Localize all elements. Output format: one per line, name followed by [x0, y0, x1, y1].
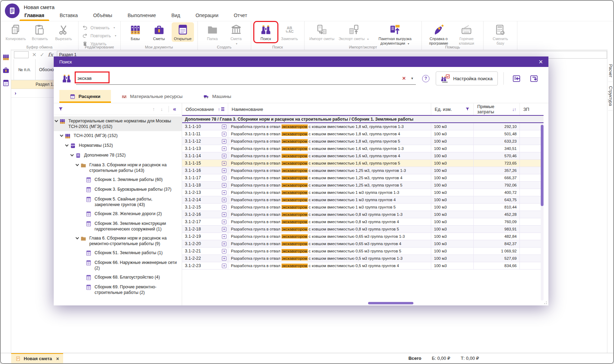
confirm-entry-icon[interactable]: ✓ [40, 52, 45, 58]
tree-item[interactable]: Сборник 69. Прочие ремонтно-строительные… [54, 282, 182, 297]
tree-item[interactable]: Глава 3. Сборники норм и расценок на стр… [54, 160, 182, 175]
chevron-down-icon[interactable] [55, 119, 58, 122]
ribbon-tab-2[interactable]: Объёмы [92, 11, 113, 21]
result-row[interactable]: 3.1-2-14+Разработка грунта в отвал экска… [182, 196, 544, 204]
tab-materials[interactable]: Материальные ресурсы [111, 90, 193, 103]
chevron-down-icon[interactable] [70, 153, 74, 157]
tree-item[interactable]: Сборник 51. Земляные работы (1) [54, 248, 182, 258]
expand-plus-button[interactable]: + [222, 168, 226, 173]
search-input[interactable]: экскав × ▼ [76, 72, 416, 85]
horizontal-scrollbar-thumb[interactable] [368, 302, 413, 304]
sort-both-icon[interactable]: ↓↑ [512, 107, 516, 112]
expand-plus-button[interactable]: + [222, 212, 226, 217]
result-row[interactable]: 3.1-1-15+Разработка грунта в отвал экска… [182, 160, 544, 167]
result-row[interactable]: 3.1-2-13+Разработка грунта в отвал экска… [182, 189, 544, 196]
open-in-window-button[interactable] [527, 73, 541, 84]
dropdown-caret-icon[interactable]: ▼ [113, 26, 115, 29]
expand-plus-button[interactable]: + [222, 249, 226, 253]
export-estimate-button[interactable]: Экспорт сметы ▼ [337, 22, 371, 43]
estimate-tab[interactable]: Новая смета × [11, 353, 63, 363]
next-match-icon[interactable]: ↓ [158, 106, 166, 112]
clear-search-icon[interactable]: × [401, 75, 407, 82]
expand-plus-button[interactable]: + [222, 132, 226, 136]
tree-item[interactable]: Дополнение 78 (152) [54, 151, 182, 160]
expand-plus-button[interactable]: + [222, 154, 226, 158]
copy-button[interactable]: Копировать [4, 22, 27, 42]
result-row[interactable]: 3.1-2-17+Разработка грунта в отвал экска… [182, 218, 544, 226]
expand-plus-button[interactable]: + [222, 234, 226, 239]
sort-asc-icon[interactable]: ↑ [218, 107, 225, 112]
cell-reference-box[interactable] [14, 51, 29, 58]
tab-rates[interactable]: Расценки [59, 90, 111, 103]
tree-item[interactable]: Территориальные сметные нормативы для Мо… [54, 116, 182, 131]
result-group-header[interactable]: Дополнение 78 / Глава 3. Сборники норм и… [182, 115, 544, 123]
cut-button[interactable]: Вырезать [52, 22, 75, 42]
ribbon-tab-0[interactable]: Главная [24, 11, 45, 21]
expand-plus-button[interactable]: + [222, 190, 226, 195]
expand-plus-button[interactable]: + [222, 183, 226, 188]
result-row[interactable]: 3.1-1-18+Разработка грунта в отвал экска… [182, 182, 544, 189]
insert-into-estimate-button[interactable] [509, 73, 523, 84]
change-base-button[interactable]: Сменить базу [487, 22, 514, 46]
result-row[interactable]: 3.1-2-23+Разработка грунта в отвал экска… [182, 262, 544, 270]
result-row[interactable]: 3.1-2-20+Разработка грунта в отвал экска… [182, 240, 544, 248]
search-history-caret-icon[interactable]: ▼ [411, 77, 414, 80]
result-row[interactable]: 3.1-1-11+Разработка грунта в отвал экска… [182, 130, 544, 138]
ribbon-tab-4[interactable]: Вид [171, 11, 181, 21]
import-estimate-button[interactable]: Импорт сметы [308, 22, 336, 42]
column-header-zp[interactable]: ЗП [520, 103, 544, 115]
rail-briefcase-button[interactable] [2, 66, 10, 74]
result-row[interactable]: 3.1-1-12+Разработка грунта в отвал экска… [182, 138, 544, 145]
hotkeys-button[interactable]: Горячие клавиши [453, 22, 480, 46]
result-row[interactable]: 3.1-1-13+Разработка грунта в отвал экска… [182, 145, 544, 152]
column-header-name[interactable]: Наименование [228, 103, 431, 115]
replace-button[interactable]: AB↳ACЗаменить [278, 22, 301, 42]
result-row[interactable]: 3.1-1-10+Разработка грунта в отвал экска… [182, 123, 544, 130]
expand-plus-button[interactable]: + [222, 198, 226, 202]
expand-plus-button[interactable]: + [222, 146, 226, 151]
open-documents-button[interactable]: Открытые [172, 22, 194, 42]
new-estimate-button[interactable]: Смета▼ [225, 22, 247, 47]
tree-item[interactable]: Сборник 66. Наружные инженерные сети (2) [54, 258, 182, 273]
bases-button[interactable]: Базы [124, 22, 147, 42]
expand-plus-button[interactable]: + [222, 124, 226, 129]
result-row[interactable]: 3.1-2-22+Разработка грунта в отвал экска… [182, 255, 544, 262]
tree-item[interactable]: Сборник 3. Буровзрывные работы (37) [54, 185, 182, 195]
expand-plus-button[interactable]: + [222, 264, 226, 268]
result-row[interactable]: 3.1-1-16+Разработка грунта в отвал экска… [182, 167, 544, 174]
redo-button[interactable]: Повторить▼ [82, 33, 117, 39]
result-row[interactable]: 3.1-1-17+Разработка грунта в отвал экска… [182, 174, 544, 182]
chevron-down-icon[interactable] [65, 143, 69, 147]
dialog-title-bar[interactable]: Поиск × [54, 56, 548, 67]
expand-plus-button[interactable]: + [222, 205, 226, 210]
side-tab-1[interactable]: Структура [608, 82, 613, 111]
result-row[interactable]: 3.1-2-15+Разработка грунта в отвал экска… [182, 204, 544, 211]
result-row[interactable]: 3.1-2-16+Разработка грунта в отвал экска… [182, 211, 544, 218]
column-header-justification[interactable]: Обоснование ↑ [182, 103, 228, 115]
cancel-entry-icon[interactable]: ✕ [32, 52, 37, 58]
expand-plus-button[interactable]: + [222, 227, 226, 232]
rail-opendoc-button[interactable] [2, 79, 10, 87]
column-header-direct-cost[interactable]: Прямые затраты ↓↑ [474, 103, 520, 115]
ribbon-tab-6[interactable]: Отчет [233, 11, 248, 21]
expand-plus-button[interactable]: + [222, 161, 226, 166]
tree-item[interactable]: Сборник 68. Благоустройство (4) [54, 273, 182, 282]
collapse-panel-icon[interactable]: « [172, 106, 178, 112]
close-tab-icon[interactable]: × [56, 356, 59, 362]
horizontal-scrollbar[interactable] [183, 302, 539, 304]
close-icon[interactable]: × [539, 58, 543, 65]
side-tab-0[interactable]: Расчет [608, 60, 613, 82]
undo-button[interactable]: Отменить▼ [82, 25, 117, 31]
ribbon-tab-1[interactable]: Вставка [59, 11, 78, 21]
rail-binder-button[interactable] [2, 53, 10, 61]
dropdown-caret-icon[interactable]: ▼ [114, 35, 117, 37]
ribbon-tab-5[interactable]: Операции [195, 11, 219, 21]
tree-item[interactable]: Сборник 1. Земляные работы (60) [54, 175, 182, 185]
result-row[interactable]: 3.1-2-19+Разработка грунта в отвал экска… [182, 233, 544, 240]
help-icon[interactable]: ? [422, 75, 429, 82]
batch-export-button[interactable]: Пакетная выгрузка документации ▼ [372, 22, 418, 47]
dropdown-caret-icon[interactable]: ▼ [407, 43, 410, 45]
prev-match-icon[interactable]: ↑ [150, 106, 158, 112]
vertical-scrollbar[interactable] [541, 124, 544, 301]
new-folder-button[interactable]: Папка [201, 22, 224, 42]
